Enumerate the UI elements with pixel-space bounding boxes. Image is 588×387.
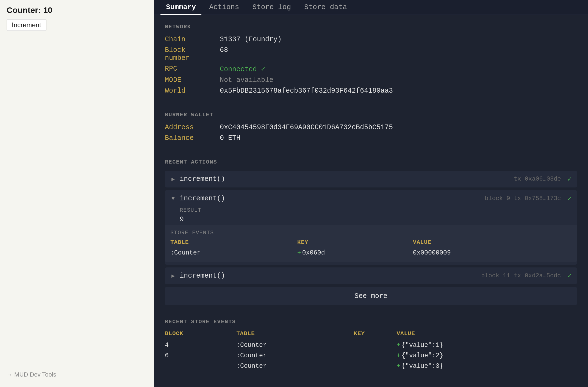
address-value: 0xC40454598F0d34F69A90CC01D6A732cBd5bC51… [220,123,577,131]
store-events-inline-table: TABLE KEY VALUE :Counter +0x060d 0x00000… [170,239,572,258]
divider-2 [165,152,577,152]
store-events-inline: STORE EVENTS TABLE KEY VALUE :Counter +0… [165,225,577,262]
rpc-value: Connected ✓ [220,65,577,73]
rpc-key: RPC [165,65,214,73]
col-key: KEY [354,330,396,340]
recent-store-events-table: BLOCK TABLE KEY VALUE 4 :Counter +{"valu… [165,330,577,371]
action-row-3: ▶ increment() block 11 tx 0xd2a…5cdc ✓ [165,267,577,284]
recent-store-value-1: +{"value":1} [397,340,577,350]
recent-store-row-1: 4 :Counter +{"value":1} [165,340,577,350]
recent-store-table-2: :Counter [236,350,354,361]
recent-store-block-3 [165,361,236,371]
mode-key: MODE [165,76,214,84]
recent-store-table-1: :Counter [236,340,354,350]
tabs-bar: Summary Actions Store log Store data [154,0,588,15]
action-row-2: ▼ increment() block 9 tx 0x758…173c ✓ RE… [165,190,577,265]
tab-actions[interactable]: Actions [204,0,245,15]
recent-store-key-3 [354,361,396,371]
action-row-1: ▶ increment() tx 0xa06…03de ✓ [165,171,577,187]
col-table: TABLE [236,330,354,340]
divider-3 [165,312,577,312]
action-name-2: increment() [180,195,481,203]
action-meta-2: block 9 tx 0x758…173c [485,195,561,202]
result-value: 9 [180,215,572,223]
tab-store-log[interactable]: Store log [247,0,296,15]
counter-title: Counter: 10 [7,5,147,15]
store-events-key: +0x060d [297,248,413,258]
tab-summary[interactable]: Summary [160,0,201,15]
left-panel: Counter: 10 Increment → MUD Dev Tools [0,0,154,387]
mud-dev-tools-link[interactable]: → MUD Dev Tools [7,371,56,378]
value-plus-3: + [397,363,401,370]
balance-value: 0 ETH [220,134,577,142]
network-info-grid: Chain 31337 (Foundry) Block number 68 RP… [165,35,577,95]
store-events-inline-row: :Counter +0x060d 0x00000009 [170,248,572,258]
store-events-col-value: VALUE [413,239,572,248]
recent-store-key-1 [354,340,396,350]
see-more-button[interactable]: See more [165,287,577,305]
action-arrow-1: ▶ [170,176,176,183]
recent-store-value-2: +{"value":2} [397,350,577,361]
action-check-3: ✓ [568,272,572,280]
chain-value: 31337 (Foundry) [220,35,577,43]
action-name-1: increment() [180,175,510,183]
tab-store-data[interactable]: Store data [299,0,353,15]
action-header-1[interactable]: ▶ increment() tx 0xa06…03de ✓ [165,171,577,187]
action-header-2[interactable]: ▼ increment() block 9 tx 0x758…173c ✓ [165,190,577,207]
recent-store-value-3: +{"value":3} [397,361,577,371]
action-name-3: increment() [180,272,477,280]
action-arrow-2: ▼ [170,195,176,202]
action-expanded-2: RESULT 9 [165,207,577,228]
mode-value: Not available [220,76,577,84]
action-meta-1: tx 0xa06…03de [514,176,561,183]
balance-key: Balance [165,134,214,142]
burner-wallet-section-label: BURNER WALLET [165,112,577,118]
recent-store-row-2: 6 :Counter +{"value":2} [165,350,577,361]
recent-store-block-2: 6 [165,350,236,361]
recent-actions-label: RECENT ACTIONS [165,159,577,165]
chain-key: Chain [165,35,214,43]
action-header-3[interactable]: ▶ increment() block 11 tx 0xd2a…5cdc ✓ [165,267,577,284]
address-key: Address [165,123,214,131]
recent-store-key-2 [354,350,396,361]
action-meta-3: block 11 tx 0xd2a…5cdc [481,272,561,279]
result-label: RESULT [180,207,572,213]
world-key: World [165,87,214,95]
store-events-table-name: :Counter [170,248,297,258]
store-events-inline-label: STORE EVENTS [170,230,572,236]
recent-store-table-3: :Counter [236,361,354,371]
store-events-col-table: TABLE [170,239,297,248]
store-events-col-key: KEY [297,239,413,248]
block-number-key: Block number [165,46,214,62]
increment-button[interactable]: Increment [7,19,46,31]
right-panel: Summary Actions Store log Store data NET… [154,0,588,387]
key-plus-icon: + [297,249,301,256]
block-number-value: 68 [220,46,577,62]
col-block: BLOCK [165,330,236,340]
store-events-value: 0x00000009 [413,248,572,258]
network-section-label: NETWORK [165,24,577,30]
recent-store-events-label: RECENT STORE EVENTS [165,319,577,325]
see-more-text: See more [354,292,387,300]
burner-wallet-grid: Address 0xC40454598F0d34F69A90CC01D6A732… [165,123,577,142]
value-plus-1: + [397,342,401,349]
col-value: VALUE [397,330,577,340]
recent-store-block-1: 4 [165,340,236,350]
action-arrow-3: ▶ [170,272,176,279]
world-value: 0x5FbDB2315678afecb367f032d93F642f64180a… [220,87,577,95]
content-area: NETWORK Chain 31337 (Foundry) Block numb… [154,15,588,387]
action-check-2: ✓ [568,195,572,203]
action-check-1: ✓ [568,175,572,183]
divider-1 [165,105,577,105]
recent-store-row-3: :Counter +{"value":3} [165,361,577,371]
value-plus-2: + [397,352,401,359]
